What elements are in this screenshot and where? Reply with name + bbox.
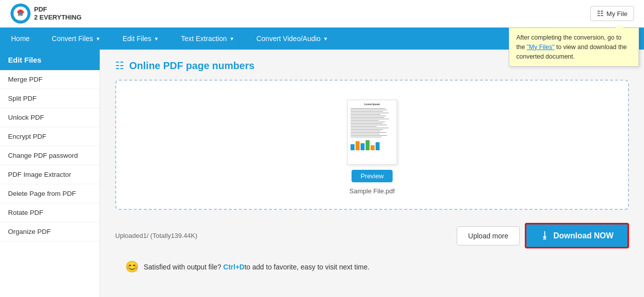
svg-text:PDF: PDF <box>18 14 23 17</box>
sidebar-item-image-extractor[interactable]: PDF Image Extractor <box>0 165 100 184</box>
sidebar-item-organize-pdf[interactable]: Organize PDF <box>0 222 100 241</box>
main-content: ☷ Online PDF page numbers Lorem Ipsum <box>100 50 644 297</box>
bottom-bar: Uploaded1/ (Totally139.44K) Upload more … <box>115 218 629 253</box>
chevron-down-icon: ▼ <box>323 36 328 42</box>
sidebar-header: Edit Files <box>0 50 100 70</box>
nav-edit-label: Edit Files <box>123 35 152 43</box>
logo-area: PDF PDF 2 EVERYTHING <box>10 3 82 24</box>
my-file-button[interactable]: ☷ My File <box>590 6 634 21</box>
satisfaction-text-suffix: to add to favorite, easy to visit next t… <box>244 263 370 271</box>
nav-home-label: Home <box>11 35 30 43</box>
chevron-down-icon: ▼ <box>154 36 159 42</box>
pdf-thumbnail: Lorem Ipsum <box>347 100 397 165</box>
satisfaction-bar: 😊 Satisfied with output file? Ctrl+Dto a… <box>115 253 629 280</box>
chevron-down-icon: ▼ <box>96 36 101 42</box>
nav-item-edit-files[interactable]: Edit Files ▼ <box>112 28 170 50</box>
file-icon: ☷ <box>597 9 603 18</box>
header: PDF PDF 2 EVERYTHING ☷ My File After com… <box>0 0 644 28</box>
sidebar-item-unlock-pdf[interactable]: Unlock PDF <box>0 108 100 127</box>
my-files-link[interactable]: "My Files" <box>527 44 554 51</box>
sidebar-item-split-pdf[interactable]: Split PDF <box>0 89 100 108</box>
sidebar-item-change-password[interactable]: Change PDF password <box>0 146 100 165</box>
document-icon: ☷ <box>115 60 124 72</box>
nav-item-video-audio[interactable]: Convert Video/Audio ▼ <box>245 28 339 50</box>
nav-video-label: Convert Video/Audio <box>256 35 320 43</box>
satisfaction-text: Satisfied with output file? Ctrl+Dto add… <box>144 263 370 271</box>
sidebar-item-merge-pdf[interactable]: Merge PDF <box>0 70 100 89</box>
chevron-down-icon: ▼ <box>229 36 234 42</box>
shortcut-key: Ctrl+D <box>223 263 244 271</box>
page-title: Online PDF page numbers <box>129 60 254 72</box>
logo-icon: PDF <box>10 3 31 24</box>
download-icon: ⭳ <box>540 230 549 241</box>
upload-area: Lorem Ipsum <box>115 80 629 210</box>
sidebar: Edit Files Merge PDF Split PDF Unlock PD… <box>0 50 100 297</box>
layout: Edit Files Merge PDF Split PDF Unlock PD… <box>0 50 644 297</box>
nav-convert-label: Convert Files <box>52 35 93 43</box>
sidebar-item-delete-page[interactable]: Delete Page from PDF <box>0 184 100 203</box>
logo-text: PDF 2 EVERYTHING <box>34 6 82 21</box>
nav-text-label: Text Extraction <box>181 35 227 43</box>
my-file-label: My File <box>606 10 627 18</box>
download-label: Download NOW <box>553 231 613 240</box>
upload-more-button[interactable]: Upload more <box>457 226 520 245</box>
upload-info: Uploaded1/ (Totally139.44K) <box>115 232 452 239</box>
preview-button[interactable]: Preview <box>352 170 393 182</box>
sidebar-item-rotate-pdf[interactable]: Rotate PDF <box>0 203 100 222</box>
nav-item-convert-files[interactable]: Convert Files ▼ <box>41 28 111 50</box>
smiley-icon: 😊 <box>125 260 139 273</box>
sidebar-item-encrypt-pdf[interactable]: Encrypt PDF <box>0 127 100 146</box>
file-card: Lorem Ipsum <box>347 100 397 195</box>
file-name: Sample File.pdf <box>350 187 395 195</box>
tooltip-box: After completing the conversion, go to t… <box>509 28 639 67</box>
satisfaction-text-prefix: Satisfied with output file? <box>144 263 223 271</box>
nav-item-home[interactable]: Home <box>0 28 41 50</box>
download-now-button[interactable]: ⭳ Download NOW <box>525 223 629 248</box>
nav-item-text-extraction[interactable]: Text Extraction ▼ <box>170 28 245 50</box>
